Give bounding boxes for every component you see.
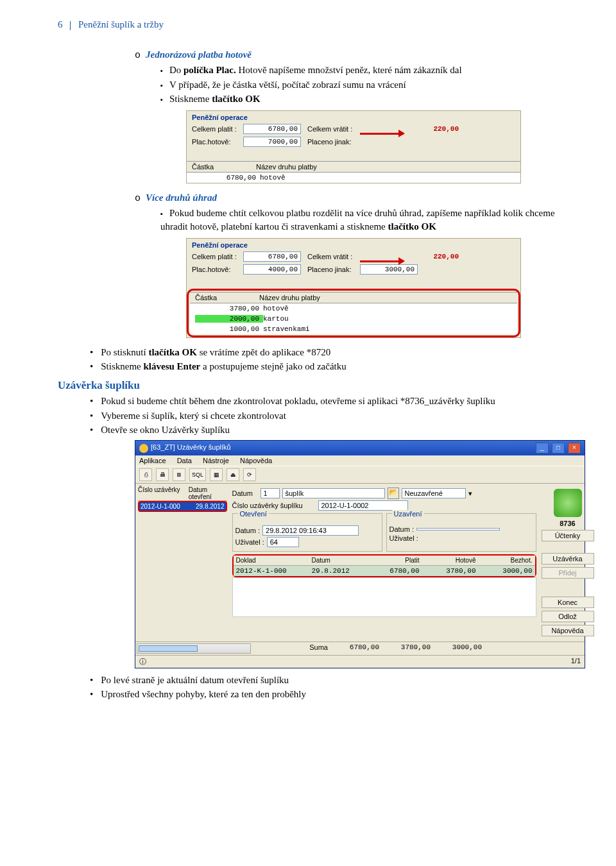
chevron-down-icon[interactable]: ▾ xyxy=(468,489,472,498)
left-list: Číslo uzávěrkyDatum otevření 2012-U-1-00… xyxy=(135,484,230,641)
toolbar-btn[interactable]: ⎙ xyxy=(139,468,152,481)
plac-hotove-label: Plac.hotově: xyxy=(192,138,243,146)
table-row[interactable]: 2000,00kartou xyxy=(190,314,517,324)
maximize-button[interactable]: □ xyxy=(552,443,565,454)
cislo-input[interactable]: 2012-U-1-0002 xyxy=(318,500,408,511)
group-otevreni: Otevření xyxy=(238,510,269,518)
table-row[interactable]: 1000,00stravenkami xyxy=(190,324,517,334)
odloz-button[interactable]: Odlož xyxy=(542,611,594,622)
datum-input[interactable]: 1 xyxy=(261,488,280,498)
list-row-selected[interactable]: 2012-U-1-00029.8.2012 xyxy=(138,501,227,512)
plac-hotove-field[interactable]: 7000,00 xyxy=(243,137,301,147)
bullet: Vybereme si šuplík, který si chcete zkon… xyxy=(90,409,558,422)
pridej-button[interactable]: Přidej xyxy=(542,567,594,579)
subhead-jednorazova: Jednorázová platba hotově xyxy=(135,48,558,62)
menu-nastroje[interactable]: Nástroje xyxy=(203,457,229,464)
table-header: ČástkaNázev druhu platby xyxy=(190,292,517,303)
datum-label: Datum xyxy=(232,489,258,497)
menu-data[interactable]: Data xyxy=(177,457,192,464)
bullet: Uprostřed všechny pohyby, které za ten d… xyxy=(90,688,558,700)
plac-hotove-label: Plac.hotově: xyxy=(192,266,243,273)
celkem-platit-field[interactable]: 6780,00 xyxy=(243,251,301,262)
bullet: Po stisknutí tlačítka OK se vrátíme zpět… xyxy=(90,346,558,359)
panel-title: Peněžní operace xyxy=(187,239,520,250)
toolbar-btn[interactable]: ⟳ xyxy=(243,468,256,481)
page-title: Peněžní šuplík a tržby xyxy=(78,19,164,30)
celkem-vratit-value: 220,00 xyxy=(405,252,461,261)
panel-title: Peněžní operace xyxy=(187,111,520,123)
napoveda-button[interactable]: Nápověda xyxy=(542,625,594,636)
toolbar-btn[interactable]: ⏏ xyxy=(227,468,239,481)
toolbar-btn[interactable]: 🗎 xyxy=(173,468,185,481)
celkem-vratit-value: 220,00 xyxy=(405,124,461,133)
toolbar-sql[interactable]: SQL xyxy=(189,468,206,481)
right-buttons: 8736 Účtenky Uzávěrka Přidej Konec Odlož… xyxy=(536,486,599,639)
celkem-vratit-label: Celkem vrátit : xyxy=(307,253,360,260)
bullet: Pokud si budeme chtít během dne zkontrol… xyxy=(90,395,558,407)
stav-combo[interactable]: Neuzavřené xyxy=(402,488,466,498)
pohyby-grid: Doklad Datum Platit Hotově Bezhot. 2012-… xyxy=(232,554,536,577)
scrollbar[interactable] xyxy=(137,643,251,654)
page-number: 6 xyxy=(58,19,63,30)
celkem-platit-label: Celkem platit : xyxy=(192,125,243,133)
group-uzavreni: Uzavření xyxy=(392,510,424,518)
placeno-jinak-label: Placeno jinak: xyxy=(307,266,360,273)
placeno-jinak-field xyxy=(360,141,416,142)
subhead-vice-druhu: Více druhů úhrad xyxy=(135,191,558,205)
page-header: 6 Peněžní šuplík a tržby xyxy=(58,19,558,30)
app-icon xyxy=(139,444,148,453)
titlebar[interactable]: [63_ZT] Uzávěrky šuplíků _ □ × xyxy=(135,441,585,455)
window-title: [63_ZT] Uzávěrky šuplíků xyxy=(151,443,231,451)
uctenky-button[interactable]: Účtenky xyxy=(542,530,594,541)
open-icon[interactable]: 📂 xyxy=(388,488,399,499)
app-code: 8736 xyxy=(560,520,575,527)
app-logo-icon xyxy=(554,489,582,517)
menubar[interactable]: Aplikace Data Nástroje Nápověda xyxy=(135,455,585,466)
celkem-platit-field[interactable]: 6780,00 xyxy=(243,124,301,134)
bullet: Stiskneme tlačítko OK xyxy=(160,92,558,105)
section-uzaverka: Uzávěrka šuplíku xyxy=(58,379,558,392)
bullet: V případě, že je částka větší, počítač z… xyxy=(160,78,558,91)
menu-aplikace[interactable]: Aplikace xyxy=(139,457,166,464)
uzaverky-window: [63_ZT] Uzávěrky šuplíků _ □ × Aplikace … xyxy=(135,440,585,668)
celkem-platit-label: Celkem platit : xyxy=(192,253,243,260)
toolbar: ⎙ 🖶 🗎 SQL ▦ ⏏ ⟳ xyxy=(135,466,585,484)
cislo-label: Číslo uzávěrky šuplíku xyxy=(232,502,316,509)
bullet: Otevře se okno Uzávěrky šuplíku xyxy=(90,423,558,436)
toolbar-btn[interactable]: 🖶 xyxy=(156,468,169,481)
placeno-jinak-field[interactable]: 3000,00 xyxy=(360,264,418,275)
penezni-operace-panel-1: Peněžní operace Celkem platit : 6780,00 … xyxy=(186,110,521,183)
table-header: ČástkaNázev druhu platby xyxy=(187,161,520,173)
menu-napoveda[interactable]: Nápověda xyxy=(240,457,272,464)
bullet: Pokud budeme chtít celkovou platbu rozdě… xyxy=(160,207,558,233)
grid-row[interactable]: 2012-K-1-000 29.8.2012 6780,00 3780,00 3… xyxy=(234,566,535,576)
plac-hotove-field[interactable]: 4000,00 xyxy=(243,264,301,275)
celkem-vratit-label: Celkem vrátit : xyxy=(307,125,360,133)
close-button[interactable]: × xyxy=(568,443,581,454)
minimize-button[interactable]: _ xyxy=(536,443,549,454)
placeno-jinak-label: Placeno jinak: xyxy=(307,138,360,146)
table-row[interactable]: 6780,00hotově xyxy=(187,173,520,183)
uzavreni-datum[interactable] xyxy=(416,528,500,531)
penezni-operace-panel-2: Peněžní operace Celkem platit : 6780,00 … xyxy=(186,238,521,338)
status-bar: ⓘ 1/1 xyxy=(135,655,585,668)
info-icon[interactable]: ⓘ xyxy=(139,657,146,666)
suplik-input[interactable]: šuplík xyxy=(282,488,385,498)
table-row[interactable]: 3780,00hotově xyxy=(190,303,517,314)
otevreni-datum[interactable]: 29.8.2012 09:16:43 xyxy=(262,525,359,536)
sum-bar: Suma 6780,00 3780,00 3000,00 xyxy=(135,641,585,655)
bullet: Do políčka Plac. Hotově napíšeme množstv… xyxy=(160,64,558,76)
otevreni-uzivatel[interactable]: 64 xyxy=(267,537,299,547)
toolbar-btn[interactable]: ▦ xyxy=(210,468,223,481)
uzaverka-button[interactable]: Uzávěrka xyxy=(542,553,594,565)
status-count: 1/1 xyxy=(571,657,581,666)
konec-button[interactable]: Konec xyxy=(542,597,594,608)
highlighted-table: ČástkaNázev druhu platby 3780,00hotově 2… xyxy=(187,289,520,337)
bullet: Po levé straně je aktuální datum otevřen… xyxy=(90,674,558,686)
bullet: Stiskneme klávesu Enter a postupujeme st… xyxy=(90,360,558,373)
